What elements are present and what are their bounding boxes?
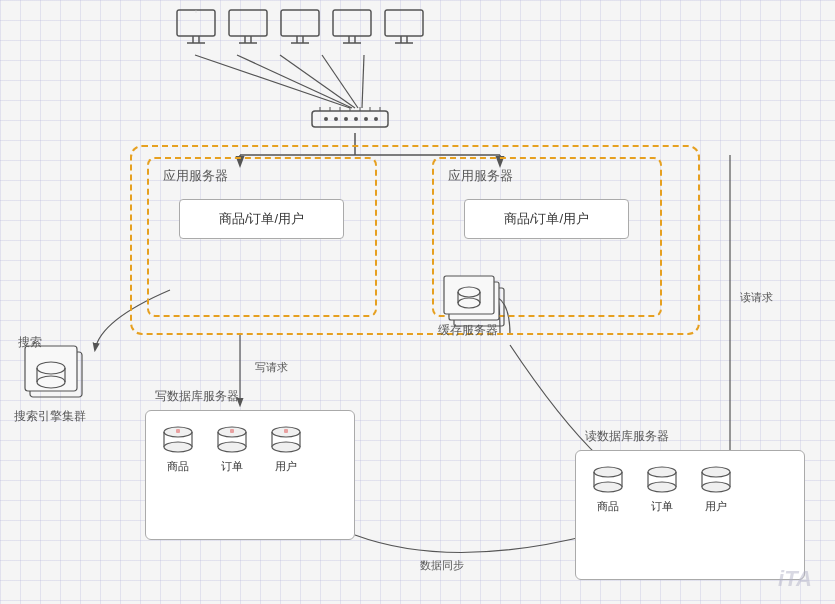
monitor-icon-5 <box>383 8 425 46</box>
svg-rect-75 <box>284 429 288 433</box>
svg-rect-13 <box>177 10 215 36</box>
svg-line-3 <box>322 55 358 108</box>
monitor-icon-1 <box>175 8 217 46</box>
app-server-right-label: 应用服务器 <box>448 167 513 185</box>
svg-line-4 <box>362 55 364 108</box>
svg-point-39 <box>364 117 368 121</box>
svg-point-80 <box>648 467 676 477</box>
monitor-icon-2 <box>227 8 269 46</box>
svg-point-79 <box>594 482 622 492</box>
svg-point-36 <box>334 117 338 121</box>
app-server-left-label: 应用服务器 <box>163 167 228 185</box>
search-top-label: 搜索 <box>18 334 42 351</box>
outer-app-container: 应用服务器 商品/订单/用户 应用服务器 商品/订单/用户 <box>130 145 700 335</box>
read-db-item-goods: 商品 <box>590 465 626 514</box>
svg-point-35 <box>324 117 328 121</box>
svg-point-87 <box>702 482 730 492</box>
write-db-server: 商品 订单 用户 <box>145 410 355 540</box>
app-module-left: 商品/订单/用户 <box>179 199 344 239</box>
svg-rect-18 <box>229 10 267 36</box>
cache-server-label: 缓存服务器 <box>438 322 498 339</box>
svg-line-1 <box>237 55 352 108</box>
write-db-item-user: 用户 <box>268 425 304 474</box>
svg-rect-65 <box>176 429 180 433</box>
svg-point-38 <box>354 117 358 121</box>
svg-point-76 <box>594 467 622 477</box>
svg-point-64 <box>164 442 192 452</box>
svg-point-84 <box>702 467 730 477</box>
svg-rect-70 <box>230 429 234 433</box>
read-db-item-order: 订单 <box>644 465 680 514</box>
ita-logo: iTA <box>755 554 835 604</box>
search-bottom-label: 搜索引擎集群 <box>14 408 86 425</box>
svg-rect-26 <box>333 10 371 36</box>
read-db-user-label: 用户 <box>705 499 727 514</box>
write-db-user-label: 用户 <box>275 459 297 474</box>
svg-point-37 <box>344 117 348 121</box>
monitors-row <box>175 8 425 46</box>
svg-point-83 <box>648 482 676 492</box>
read-request-label: 读请求 <box>740 290 773 305</box>
read-db-order-label: 订单 <box>651 499 673 514</box>
write-request-label: 写请求 <box>255 360 288 375</box>
write-db-server-label: 写数据库服务器 <box>155 388 239 405</box>
architecture-diagram: 应用服务器 商品/订单/用户 应用服务器 商品/订单/用户 搜索 搜索 <box>0 0 835 604</box>
read-db-server-label: 读数据库服务器 <box>585 428 669 445</box>
write-db-goods-label: 商品 <box>167 459 189 474</box>
svg-line-2 <box>280 55 355 108</box>
write-db-item-goods: 商品 <box>160 425 196 474</box>
app-server-left: 应用服务器 商品/订单/用户 <box>147 157 377 317</box>
read-db-item-user: 用户 <box>698 465 734 514</box>
svg-point-74 <box>272 442 300 452</box>
svg-rect-22 <box>281 10 319 36</box>
write-db-item-order: 订单 <box>214 425 250 474</box>
monitor-icon-3 <box>279 8 321 46</box>
svg-rect-49 <box>25 346 77 391</box>
write-db-order-label: 订单 <box>221 459 243 474</box>
svg-line-0 <box>195 55 350 108</box>
svg-point-40 <box>374 117 378 121</box>
monitor-icon-4 <box>331 8 373 46</box>
router-icon <box>310 105 390 133</box>
app-module-right: 商品/订单/用户 <box>464 199 629 239</box>
data-sync-label: 数据同步 <box>420 558 464 573</box>
svg-rect-30 <box>385 10 423 36</box>
read-db-goods-label: 商品 <box>597 499 619 514</box>
svg-point-69 <box>218 442 246 452</box>
